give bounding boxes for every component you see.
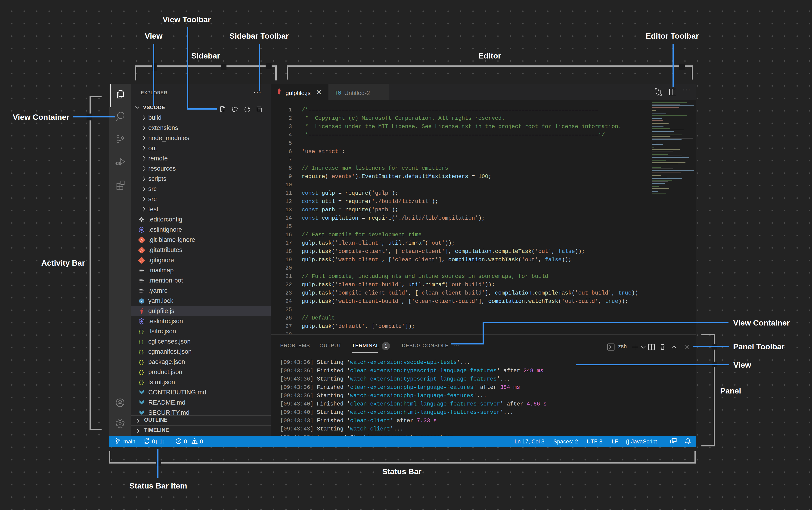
svg-text:{}: {} (139, 380, 144, 385)
svg-text:{}: {} (139, 329, 144, 334)
svg-text:{}: {} (139, 370, 144, 375)
svg-text:{}: {} (139, 350, 144, 355)
svg-text:{}: {} (139, 360, 144, 365)
svg-text:{}: {} (139, 339, 144, 345)
